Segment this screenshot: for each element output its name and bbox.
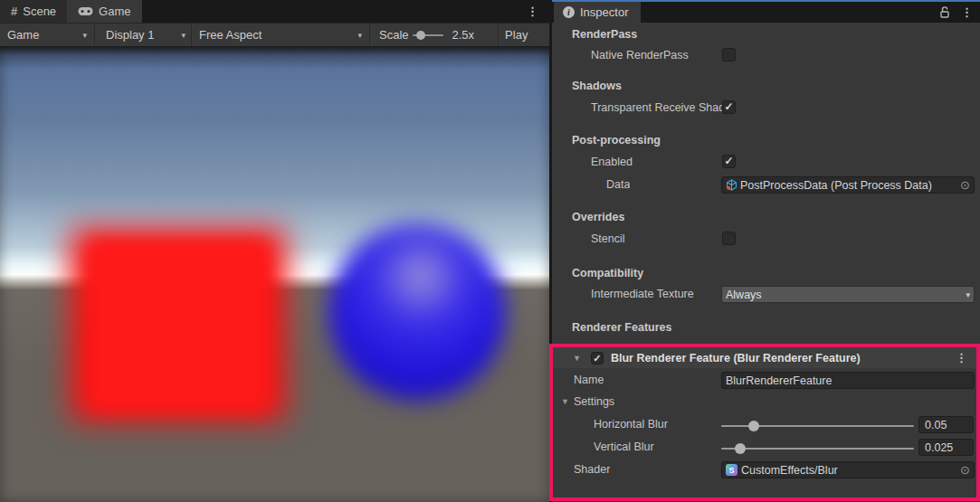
settings-label: Settings (574, 395, 614, 408)
shader-icon: S (726, 464, 737, 476)
blur-feature-more-menu-icon[interactable]: ⋮ (956, 346, 967, 369)
intermediate-texture-value: Always (726, 289, 762, 301)
horizontal-blur-value-field[interactable]: 0.05 (918, 416, 974, 433)
settings-foldout-row[interactable]: ▼ Settings (552, 392, 980, 412)
slider-thumb[interactable] (748, 421, 759, 431)
play-focused-button[interactable]: Play (499, 24, 549, 46)
tab-inspector[interactable]: i Inspector (554, 2, 641, 23)
chevron-down-icon: ▾ (82, 31, 87, 40)
shadows-header: Shadows (552, 76, 980, 96)
unity-editor-window: # Scene Game ⋮ Game ▾ Display 1 ▾ (0, 0, 980, 502)
blur-feature-checkbox[interactable]: ✓ (591, 352, 604, 365)
game-view-dropdown[interactable]: Game ▾ (0, 24, 94, 46)
compatibility-header: Compatibility (552, 263, 980, 283)
lock-icon[interactable] (939, 6, 950, 18)
name-label: Name (574, 374, 604, 386)
name-input[interactable]: BlurRendererFeature (721, 372, 975, 389)
scale-slider[interactable] (413, 31, 443, 40)
inspector-panel: i Inspector ⋮ RenderPass Native RenderPa… (552, 0, 980, 502)
stencil-checkbox[interactable] (722, 232, 736, 245)
transparent-receive-row: Transparent Receive Shadows ✓ (552, 98, 980, 118)
game-tabbar: # Scene Game ⋮ (0, 0, 549, 23)
display-dropdown[interactable]: Display 1 ▾ (95, 24, 191, 46)
blur-feature-title: Blur Renderer Feature (Blur Renderer Fea… (611, 352, 861, 365)
stencil-row: Stencil (552, 229, 980, 249)
object-picker-icon[interactable]: ⊙ (960, 178, 970, 192)
native-renderpass-checkbox[interactable] (722, 48, 736, 62)
vertical-blur-label: Vertical Blur (594, 440, 716, 453)
stencil-label: Stencil (591, 232, 720, 245)
foldout-triangle-icon[interactable]: ▼ (561, 397, 569, 406)
intermediate-texture-dropdown[interactable]: Always ▾ (721, 286, 975, 303)
intermediate-texture-row: Intermediate Texture Always ▾ (552, 284, 980, 304)
enabled-checkbox[interactable]: ✓ (722, 155, 736, 168)
name-value: BlurRendererFeature (726, 374, 832, 387)
name-row: Name BlurRendererFeature (552, 370, 980, 390)
postprocessing-header: Post-processing (552, 130, 980, 150)
renderpass-header: RenderPass (552, 24, 980, 44)
horizontal-blur-label: Horizontal Blur (594, 418, 716, 431)
transparent-receive-checkbox[interactable]: ✓ (722, 100, 736, 114)
horizontal-blur-row: Horizontal Blur 0.05 (552, 414, 980, 434)
slider-thumb[interactable] (735, 443, 746, 454)
chevron-down-icon: ▾ (357, 31, 362, 40)
game-toolbar: Game ▾ Display 1 ▾ Free Aspect ▾ Scale 2… (0, 23, 549, 46)
tab-game-label: Game (99, 5, 130, 18)
game-panel: # Scene Game ⋮ Game ▾ Display 1 ▾ (0, 0, 549, 502)
slider-track (721, 448, 914, 450)
chevron-down-icon: ▾ (181, 31, 186, 40)
game-viewport[interactable] (0, 46, 549, 502)
shader-row: Shader S CustomEffects/Blur ⊙ (552, 459, 980, 479)
data-object-value: PostProcessData (Post Process Data) (740, 179, 932, 192)
renderer-features-header: Renderer Features (552, 317, 980, 337)
gamepad-icon (78, 6, 93, 16)
vertical-blur-value-field[interactable]: 0.025 (918, 439, 974, 456)
scene-grid-icon: # (11, 5, 17, 18)
horizontal-blur-slider[interactable] (721, 421, 914, 431)
shader-value: CustomEffects/Blur (741, 464, 838, 477)
scriptable-object-icon (726, 179, 737, 191)
game-more-menu-icon[interactable]: ⋮ (527, 0, 538, 23)
transparent-receive-label: Transparent Receive Shadows (591, 101, 722, 114)
info-icon: i (563, 6, 575, 18)
tab-inspector-label: Inspector (580, 5, 628, 19)
intermediate-texture-label: Intermediate Texture (591, 288, 721, 300)
shader-label: Shader (574, 463, 610, 476)
inspector-tabbar: i Inspector ⋮ (552, 2, 980, 23)
scale-label: Scale (379, 28, 409, 42)
tab-game[interactable]: Game (67, 0, 141, 23)
tab-scene[interactable]: # Scene (0, 0, 67, 23)
scale-slider-thumb[interactable] (416, 31, 425, 40)
vertical-blur-slider[interactable] (721, 444, 914, 453)
scale-control: Scale 2.5x (370, 28, 474, 42)
enabled-label: Enabled (591, 156, 720, 168)
data-row: Data PostProcessData (Post Process Data)… (552, 175, 980, 194)
object-picker-icon[interactable]: ⊙ (960, 463, 970, 477)
shader-object-field[interactable]: S CustomEffects/Blur ⊙ (721, 461, 975, 478)
scale-value: 2.5x (452, 28, 475, 42)
data-object-field[interactable]: PostProcessData (Post Process Data) ⊙ (721, 176, 975, 194)
viewport-edge-shadow (0, 46, 549, 502)
native-renderpass-label: Native RenderPass (591, 49, 720, 62)
enabled-row: Enabled ✓ (552, 152, 980, 172)
native-renderpass-row: Native RenderPass (552, 45, 980, 65)
inspector-more-menu-icon[interactable]: ⋮ (961, 1, 973, 24)
foldout-triangle-icon[interactable]: ▼ (573, 354, 581, 363)
tab-scene-label: Scene (23, 5, 56, 18)
chevron-down-icon: ▾ (966, 290, 970, 299)
vertical-blur-row: Vertical Blur 0.025 (552, 437, 980, 457)
data-label: Data (606, 178, 630, 191)
blur-feature-header[interactable]: ▼ ✓ Blur Renderer Feature (Blur Renderer… (553, 347, 976, 368)
aspect-dropdown[interactable]: Free Aspect ▾ (192, 24, 369, 46)
overrides-header: Overrides (552, 207, 980, 227)
